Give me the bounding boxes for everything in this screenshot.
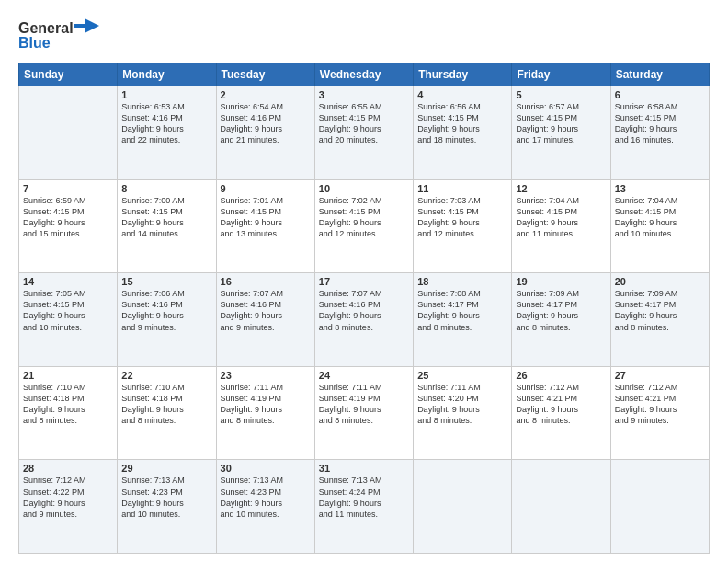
day-info: Sunrise: 7:00 AMSunset: 4:15 PMDaylight:…: [121, 195, 211, 240]
day-info: Sunrise: 7:07 AMSunset: 4:16 PMDaylight:…: [319, 288, 409, 333]
day-number: 22: [121, 370, 211, 381]
day-number: 28: [23, 463, 113, 474]
logo: General Blue: [18, 17, 101, 53]
calendar-cell: 1Sunrise: 6:53 AMSunset: 4:16 PMDaylight…: [118, 86, 216, 180]
calendar-cell: 17Sunrise: 7:07 AMSunset: 4:16 PMDayligh…: [314, 273, 413, 367]
calendar-cell: 2Sunrise: 6:54 AMSunset: 4:16 PMDaylight…: [216, 86, 314, 180]
calendar-cell: 10Sunrise: 7:02 AMSunset: 4:15 PMDayligh…: [314, 179, 413, 273]
day-info: Sunrise: 7:01 AMSunset: 4:15 PMDaylight:…: [221, 195, 311, 240]
day-info: Sunrise: 7:07 AMSunset: 4:16 PMDaylight:…: [221, 288, 311, 333]
calendar-cell: [414, 460, 512, 554]
calendar-cell: 4Sunrise: 6:56 AMSunset: 4:15 PMDaylight…: [414, 86, 512, 180]
day-info: Sunrise: 7:09 AMSunset: 4:17 PMDaylight:…: [615, 288, 705, 333]
calendar-cell: 3Sunrise: 6:55 AMSunset: 4:15 PMDaylight…: [314, 86, 413, 180]
day-info: Sunrise: 7:08 AMSunset: 4:17 PMDaylight:…: [417, 288, 507, 333]
day-info: Sunrise: 7:12 AMSunset: 4:22 PMDaylight:…: [23, 475, 113, 520]
day-info: Sunrise: 6:55 AMSunset: 4:15 PMDaylight:…: [319, 101, 409, 146]
calendar-cell: 5Sunrise: 6:57 AMSunset: 4:15 PMDaylight…: [512, 86, 610, 180]
day-number: 23: [221, 370, 311, 381]
day-number: 30: [221, 463, 311, 474]
day-info: Sunrise: 7:12 AMSunset: 4:21 PMDaylight:…: [516, 382, 606, 427]
day-info: Sunrise: 7:04 AMSunset: 4:15 PMDaylight:…: [615, 195, 705, 240]
weekday-header: Tuesday: [216, 63, 314, 86]
calendar-cell: 28Sunrise: 7:12 AMSunset: 4:22 PMDayligh…: [19, 460, 118, 554]
day-number: 21: [23, 370, 113, 381]
day-number: 14: [23, 276, 113, 287]
day-info: Sunrise: 7:13 AMSunset: 4:23 PMDaylight:…: [121, 475, 211, 520]
day-number: 13: [615, 183, 705, 194]
calendar-cell: 25Sunrise: 7:11 AMSunset: 4:20 PMDayligh…: [414, 366, 512, 460]
day-info: Sunrise: 6:54 AMSunset: 4:16 PMDaylight:…: [221, 101, 311, 146]
day-number: 4: [417, 89, 507, 100]
day-number: 12: [516, 183, 606, 194]
weekday-header: Monday: [118, 63, 216, 86]
day-number: 20: [615, 276, 705, 287]
logo-icon: General Blue: [18, 17, 101, 53]
day-number: 9: [221, 183, 311, 194]
day-info: Sunrise: 7:04 AMSunset: 4:15 PMDaylight:…: [516, 195, 606, 240]
calendar-cell: 22Sunrise: 7:10 AMSunset: 4:18 PMDayligh…: [118, 366, 216, 460]
calendar-cell: 8Sunrise: 7:00 AMSunset: 4:15 PMDaylight…: [118, 179, 216, 273]
day-number: 16: [221, 276, 311, 287]
day-info: Sunrise: 7:10 AMSunset: 4:18 PMDaylight:…: [23, 382, 113, 427]
calendar-cell: 13Sunrise: 7:04 AMSunset: 4:15 PMDayligh…: [610, 179, 709, 273]
calendar-cell: 11Sunrise: 7:03 AMSunset: 4:15 PMDayligh…: [414, 179, 512, 273]
day-number: 1: [121, 89, 211, 100]
day-number: 26: [516, 370, 606, 381]
calendar-cell: 26Sunrise: 7:12 AMSunset: 4:21 PMDayligh…: [512, 366, 610, 460]
calendar-cell: 19Sunrise: 7:09 AMSunset: 4:17 PMDayligh…: [512, 273, 610, 367]
day-info: Sunrise: 7:05 AMSunset: 4:15 PMDaylight:…: [23, 288, 113, 333]
day-info: Sunrise: 6:57 AMSunset: 4:15 PMDaylight:…: [516, 101, 606, 146]
day-number: 27: [615, 370, 705, 381]
day-number: 7: [23, 183, 113, 194]
calendar-cell: 20Sunrise: 7:09 AMSunset: 4:17 PMDayligh…: [610, 273, 709, 367]
day-info: Sunrise: 6:58 AMSunset: 4:15 PMDaylight:…: [615, 101, 705, 146]
day-number: 8: [121, 183, 211, 194]
day-info: Sunrise: 7:06 AMSunset: 4:16 PMDaylight:…: [121, 288, 211, 333]
day-number: 29: [121, 463, 211, 474]
day-info: Sunrise: 7:10 AMSunset: 4:18 PMDaylight:…: [121, 382, 211, 427]
calendar-cell: 14Sunrise: 7:05 AMSunset: 4:15 PMDayligh…: [19, 273, 118, 367]
calendar-cell: 23Sunrise: 7:11 AMSunset: 4:19 PMDayligh…: [216, 366, 314, 460]
day-info: Sunrise: 7:11 AMSunset: 4:19 PMDaylight:…: [221, 382, 311, 427]
day-number: 24: [319, 370, 409, 381]
calendar-cell: 24Sunrise: 7:11 AMSunset: 4:19 PMDayligh…: [314, 366, 413, 460]
day-number: 25: [417, 370, 507, 381]
calendar-cell: 27Sunrise: 7:12 AMSunset: 4:21 PMDayligh…: [610, 366, 709, 460]
day-info: Sunrise: 7:13 AMSunset: 4:23 PMDaylight:…: [221, 475, 311, 520]
svg-text:Blue: Blue: [18, 35, 51, 51]
day-number: 6: [615, 89, 705, 100]
calendar-cell: 6Sunrise: 6:58 AMSunset: 4:15 PMDaylight…: [610, 86, 709, 180]
calendar-cell: [512, 460, 610, 554]
day-info: Sunrise: 7:02 AMSunset: 4:15 PMDaylight:…: [319, 195, 409, 240]
day-number: 31: [319, 463, 409, 474]
day-info: Sunrise: 6:59 AMSunset: 4:15 PMDaylight:…: [23, 195, 113, 240]
day-info: Sunrise: 6:56 AMSunset: 4:15 PMDaylight:…: [417, 101, 507, 146]
day-number: 11: [417, 183, 507, 194]
day-number: 18: [417, 276, 507, 287]
day-info: Sunrise: 7:11 AMSunset: 4:20 PMDaylight:…: [417, 382, 507, 427]
day-info: Sunrise: 7:03 AMSunset: 4:15 PMDaylight:…: [417, 195, 507, 240]
weekday-header: Thursday: [414, 63, 512, 86]
header: General Blue: [18, 17, 710, 53]
calendar-cell: 15Sunrise: 7:06 AMSunset: 4:16 PMDayligh…: [118, 273, 216, 367]
day-number: 19: [516, 276, 606, 287]
svg-text:General: General: [18, 20, 74, 36]
calendar-cell: 7Sunrise: 6:59 AMSunset: 4:15 PMDaylight…: [19, 179, 118, 273]
day-number: 2: [221, 89, 311, 100]
day-number: 17: [319, 276, 409, 287]
calendar-cell: 12Sunrise: 7:04 AMSunset: 4:15 PMDayligh…: [512, 179, 610, 273]
page: General Blue SundayMondayTuesdayWednesda…: [0, 0, 728, 563]
day-number: 3: [319, 89, 409, 100]
calendar-cell: [610, 460, 709, 554]
calendar-cell: 29Sunrise: 7:13 AMSunset: 4:23 PMDayligh…: [118, 460, 216, 554]
weekday-header: Saturday: [610, 63, 709, 86]
calendar-cell: 30Sunrise: 7:13 AMSunset: 4:23 PMDayligh…: [216, 460, 314, 554]
day-info: Sunrise: 6:53 AMSunset: 4:16 PMDaylight:…: [121, 101, 211, 146]
calendar-cell: [19, 86, 118, 180]
calendar-table: SundayMondayTuesdayWednesdayThursdayFrid…: [18, 63, 710, 554]
calendar-cell: 16Sunrise: 7:07 AMSunset: 4:16 PMDayligh…: [216, 273, 314, 367]
day-info: Sunrise: 7:09 AMSunset: 4:17 PMDaylight:…: [516, 288, 606, 333]
day-number: 10: [319, 183, 409, 194]
calendar-cell: 31Sunrise: 7:13 AMSunset: 4:24 PMDayligh…: [314, 460, 413, 554]
